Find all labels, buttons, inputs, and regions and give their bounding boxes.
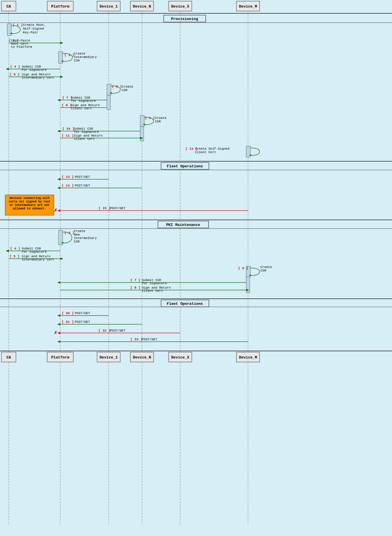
- actor-dm-top: Device_M: [239, 4, 257, 9]
- rejected-x: ✗: [54, 208, 57, 213]
- warning-line1: Devices connecting with: [10, 197, 50, 200]
- step6-label: [ 6 ]: [112, 85, 122, 88]
- msg3b-line4: CSR: [74, 240, 80, 243]
- msg7b-line2: for Signature: [142, 282, 167, 285]
- actor-dn-top: Device_N: [133, 4, 151, 9]
- step15-label: [ 15 ]: [99, 206, 110, 210]
- msg5-line2: Intermediary Cert: [22, 76, 54, 79]
- msg12-line1: Create Self-Signed: [195, 147, 229, 151]
- actor-platform-bottom: Platform: [51, 355, 70, 360]
- step3-label: [ 3 ]: [64, 53, 74, 57]
- step5b-label: [ 5 ]: [10, 254, 20, 258]
- step3b-label: [ 3 ]: [64, 231, 74, 235]
- msg1-line2: Self-Signed: [23, 27, 44, 30]
- msg2-line3: to Platform: [11, 45, 32, 49]
- msg12-line2: Client Cert: [195, 151, 216, 154]
- msg31: POST/GET: [75, 320, 90, 324]
- actor-platform-top: Platform: [51, 4, 70, 9]
- msg9-line2: CSR: [155, 120, 161, 123]
- msg6b-line2: CSR: [260, 269, 266, 272]
- section-fleet1: Fleet Operations: [167, 164, 203, 169]
- step7b-label: [ 7 ]: [130, 278, 141, 282]
- msg13: POST/GET: [75, 175, 90, 179]
- msg3b-line2: New: [74, 233, 80, 236]
- actor-d1-bottom: Device_1: [100, 355, 118, 360]
- msg33: POST/GET: [142, 338, 157, 341]
- actor-dm-bottom: Device_M: [239, 355, 257, 360]
- msg6-line1: Create: [122, 85, 133, 88]
- rejected-x2: ✗: [54, 331, 57, 335]
- msg9-line1: Create: [155, 116, 167, 120]
- msg3-line1: Create: [74, 52, 85, 55]
- actor-dx-top: Device_X: [171, 4, 189, 9]
- section-fleet2: Fleet Operations: [167, 302, 203, 306]
- msg32: POST/GET: [110, 329, 125, 332]
- actor-d1-top: Device_1: [100, 4, 118, 9]
- warning-line4: allowed to connect.: [13, 207, 46, 210]
- msg8b-line2: Client Cert: [142, 289, 163, 293]
- svg-rect-26: [107, 84, 111, 95]
- step33-label: [ 33 ]: [130, 337, 142, 341]
- msg14: POST/GET: [75, 184, 90, 187]
- msg30: POST/GET: [75, 312, 90, 315]
- step13-label: [ 13 ]: [62, 175, 74, 179]
- section-provisioning: Provisioning: [171, 17, 198, 21]
- step32-label: [ 32 ]: [99, 329, 110, 332]
- step30-label: [ 30 ]: [62, 311, 74, 315]
- step4b-label: [ 4 ]: [10, 247, 20, 250]
- msg3b-line3: Intermediary: [74, 236, 97, 240]
- step10-label: [ 10 ]: [62, 127, 74, 131]
- step14-label: [ 14 ]: [62, 184, 74, 187]
- actor-dn-bottom: Device_N: [133, 355, 151, 360]
- step8b-label: [ 8 ]: [130, 286, 141, 289]
- step11-label: [ 11 ]: [62, 134, 74, 137]
- msg6-line2: CSR: [122, 88, 127, 92]
- step6b-label: [ 6 ]: [238, 266, 248, 270]
- actor-ca-bottom: CA: [6, 355, 11, 360]
- step5-label: [ 5 ]: [10, 73, 20, 76]
- msg4-line2: For Signature: [22, 68, 47, 72]
- msg4b-line2: For Signature: [22, 250, 47, 253]
- step1-label: [ 1 ]: [13, 23, 23, 27]
- warning-line2: certs not signed by root: [9, 200, 50, 203]
- msg11-line2: Client Cert: [74, 137, 95, 141]
- msg3b-line1: Create: [74, 229, 85, 233]
- warning-line3: or intermediary are not: [10, 204, 50, 207]
- step8-label: [ 8 ]: [62, 103, 72, 107]
- step4-label: [ 4 ]: [10, 65, 20, 68]
- msg1-line3: Key-Pair: [23, 31, 38, 34]
- step9-label: [ 9 ]: [145, 116, 155, 120]
- msg10-line2: for Signature: [74, 130, 99, 134]
- msg1-line1: Create Root,: [23, 23, 46, 27]
- msg6b-line1: Create: [260, 265, 272, 269]
- svg-rect-33: [140, 115, 144, 126]
- section-pki: PKI Maintenance: [166, 223, 200, 227]
- msg5b-line2: Intermediary Cert: [22, 258, 54, 261]
- svg-rect-0: [0, 0, 392, 536]
- msg3-line3: CSR: [74, 59, 80, 62]
- step31-label: [ 31 ]: [62, 320, 74, 324]
- svg-rect-40: [246, 146, 250, 157]
- msg7-line2: for Signature: [71, 99, 96, 103]
- actor-ca-top: CA: [6, 4, 11, 9]
- actor-dx-bottom: Device_X: [171, 355, 189, 360]
- msg8-line2: Client Cert: [71, 107, 92, 110]
- sequence-diagram: CA Platform Device_1 Device_N Device_X D…: [0, 0, 392, 536]
- msg3-line2: Intermediary: [74, 55, 97, 59]
- svg-rect-32: [107, 95, 110, 110]
- msg15: POST/GET: [110, 207, 125, 210]
